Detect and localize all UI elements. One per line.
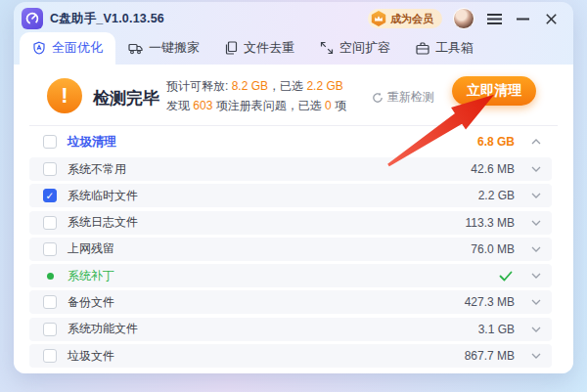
registry-selected: 0 [325,99,332,112]
list-item[interactable]: 系统临时文件 2.2 GB [29,184,552,207]
tab-optimize[interactable]: 全面优化 [20,32,115,65]
title-bar: C盘助手_V1.0.13.56 成为会员 [14,2,573,35]
row-size: 427.3 MB [465,295,515,309]
scan-summary: ! 检测完毕 预计可释放: 8.2 GB，已选 2.2 GB 发现 603 项注… [29,65,552,125]
row-label: 垃圾文件 [68,348,114,365]
refresh-icon [372,92,384,104]
app-identity: C盘助手_V1.0.13.56 [18,8,164,29]
registry-count: 603 [193,99,212,112]
chevron-down-icon[interactable] [530,327,542,332]
tab-label: 文件去重 [244,39,294,57]
main-content: ! 检测完毕 预计可释放: 8.2 GB，已选 2.2 GB 发现 603 项注… [14,65,573,373]
row-label: 系统临时文件 [68,188,138,204]
chevron-down-icon[interactable] [530,246,542,252]
list-item[interactable]: 系统日志文件 113.3 MB [29,211,552,235]
row-label: 上网残留 [68,240,114,257]
row-size: 113.3 MB [466,216,515,230]
window-title: C盘助手_V1.0.13.56 [50,11,164,27]
tab-label: 一键搬家 [149,39,200,57]
selected-size: 2.2 GB [306,79,342,93]
expand-icon [320,41,334,55]
app-logo-icon [22,8,43,29]
tab-label: 工具箱 [435,39,474,57]
status-dot-icon[interactable] [43,269,57,283]
row-checkbox[interactable] [43,216,57,230]
chevron-down-icon[interactable] [530,273,542,279]
row-label: 备份文件 [68,294,114,311]
avatar[interactable] [453,8,474,29]
row-checkbox[interactable] [43,295,57,309]
group-size: 6.8 GB [477,135,515,149]
chevron-down-icon[interactable] [530,353,542,359]
clean-now-button[interactable]: 立即清理 [452,76,536,106]
tab-label: 全面优化 [52,39,103,57]
list-item[interactable]: 系统功能文件 3.1 GB [29,318,552,341]
list-item[interactable]: 系统不常用 42.6 MB [29,157,552,181]
tab-label: 空间扩容 [339,39,390,57]
chevron-down-icon[interactable] [530,166,542,172]
row-label: 系统功能文件 [68,321,138,337]
releasable-size: 8.2 GB [232,79,268,93]
dedupe-icon [225,41,238,55]
registry-line: 发现 603 项注册表问题，已选 0 项 [166,96,346,115]
optimize-icon [32,41,46,55]
scan-details: 预计可释放: 8.2 GB，已选 2.2 GB 发现 603 项注册表问题，已选… [166,76,346,115]
app-window: C盘助手_V1.0.13.56 成为会员 [14,2,573,373]
tab-toolbox[interactable]: 工具箱 [403,32,486,65]
chevron-up-icon[interactable] [530,139,542,145]
list-item[interactable]: 备份文件 427.3 MB [29,290,552,314]
recheck-button[interactable]: 重新检测 [372,89,434,106]
member-label: 成为会员 [390,12,433,26]
row-size: 42.6 MB [471,162,515,176]
row-label: 系统日志文件 [68,214,138,231]
row-label: 系统不常用 [68,161,126,178]
row-label: 系统补丁 [68,268,114,284]
tab-bar: 全面优化一键搬家文件去重空间扩容工具箱 [14,35,573,65]
toolbox-icon [416,42,429,55]
list-item[interactable]: 垃圾文件 867.7 MB [29,344,552,368]
list-item[interactable]: 上网残留 76.0 MB [29,238,552,261]
warning-icon: ! [47,78,82,113]
row-checkbox[interactable] [43,349,57,363]
chevron-down-icon[interactable] [530,299,542,305]
list-item[interactable]: 系统补丁 [29,264,552,287]
success-check-icon [499,271,513,282]
group-header-junk-clean[interactable]: 垃圾清理 6.8 GB [29,126,552,155]
minimize-icon[interactable] [514,10,531,27]
row-checkbox[interactable] [43,162,57,176]
tab-expand[interactable]: 空间扩容 [307,32,403,65]
row-size: 3.1 GB [478,323,515,336]
row-checkbox[interactable] [43,242,57,256]
menu-icon[interactable] [485,10,503,27]
group-label: 垃圾清理 [68,134,116,151]
row-checkbox[interactable] [43,189,57,202]
member-badge[interactable]: 成为会员 [368,9,442,28]
close-icon[interactable] [542,10,560,27]
row-size: 867.7 MB [465,349,515,363]
releasable-line: 预计可释放: 8.2 GB，已选 2.2 GB [166,76,346,96]
chevron-down-icon[interactable] [530,193,542,198]
group-checkbox[interactable] [43,135,57,149]
move-icon [128,42,143,55]
tab-dedupe[interactable]: 文件去重 [212,32,307,65]
junk-item-list: 系统不常用 42.6 MB 系统临时文件 2.2 GB 系统日志文件 113.3… [29,155,552,368]
row-size: 2.2 GB [478,189,515,202]
chevron-down-icon[interactable] [530,220,542,226]
row-checkbox[interactable] [43,323,57,336]
row-size: 76.0 MB [471,242,515,256]
scan-status: 检测完毕 [93,87,159,109]
tab-move[interactable]: 一键搬家 [115,32,212,65]
crown-icon [371,11,386,26]
